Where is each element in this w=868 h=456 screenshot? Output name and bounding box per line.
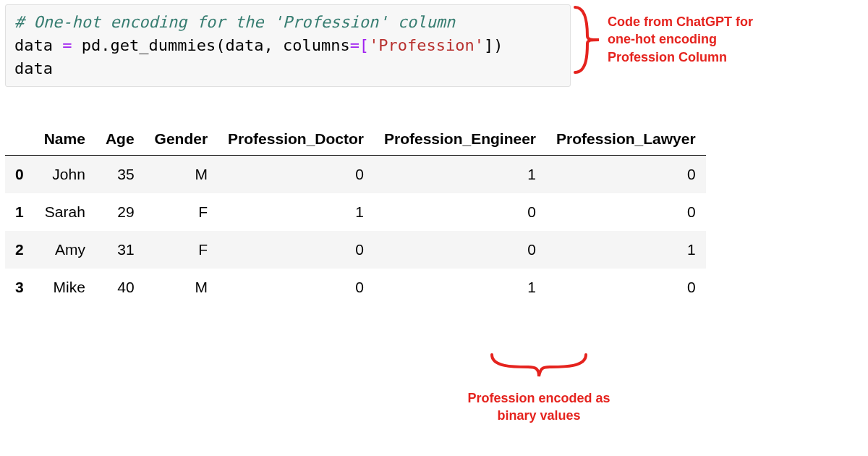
cell-name: Mike	[34, 269, 95, 306]
table-row: 3 Mike 40 M 0 1 0	[5, 269, 706, 306]
annotation-top: Code from ChatGPT for one-hot encoding P…	[608, 13, 767, 66]
cell-prof-engineer: 1	[374, 156, 546, 194]
code-token: =	[53, 36, 82, 54]
col-header-prof-lawyer: Profession_Lawyer	[546, 123, 706, 156]
cell-prof-doctor: 1	[218, 193, 374, 231]
table-header-row: Name Age Gender Profession_Doctor Profes…	[5, 123, 706, 156]
col-header-gender: Gender	[145, 123, 218, 156]
table-body: 0 John 35 M 0 1 0 1 Sarah 29 F 1 0 0 2 A…	[5, 156, 706, 307]
code-token: 'Profession'	[369, 36, 484, 54]
table-corner	[5, 123, 34, 156]
cell-gender: M	[145, 156, 218, 194]
cell-prof-engineer: 0	[374, 231, 546, 269]
dataframe-table: Name Age Gender Profession_Doctor Profes…	[5, 123, 706, 306]
cell-gender: M	[145, 269, 218, 306]
cell-prof-doctor: 0	[218, 231, 374, 269]
code-token: pd.get_dummies	[82, 36, 216, 54]
cell-name: Sarah	[34, 193, 95, 231]
cell-prof-doctor: 0	[218, 156, 374, 194]
row-index: 3	[5, 269, 34, 306]
code-token: =[	[350, 36, 370, 54]
cell-age: 29	[95, 193, 145, 231]
code-token: data	[14, 36, 53, 54]
cell-prof-doctor: 0	[218, 269, 374, 306]
cell-prof-engineer: 1	[374, 269, 546, 306]
row-index: 0	[5, 156, 34, 194]
cell-gender: F	[145, 193, 218, 231]
code-cell: # One-hot encoding for the 'Profession' …	[5, 4, 571, 87]
cell-prof-lawyer: 0	[546, 156, 706, 194]
cell-gender: F	[145, 231, 218, 269]
cell-prof-engineer: 0	[374, 193, 546, 231]
code-block: # One-hot encoding for the 'Profession' …	[14, 11, 561, 80]
dataframe-output: Name Age Gender Profession_Doctor Profes…	[5, 123, 859, 306]
row-index: 2	[5, 231, 34, 269]
code-token: ,	[263, 36, 283, 54]
code-token: data	[14, 59, 53, 77]
table-row: 2 Amy 31 F 0 0 1	[5, 231, 706, 269]
row-index: 1	[5, 193, 34, 231]
col-header-prof-doctor: Profession_Doctor	[218, 123, 374, 156]
col-header-age: Age	[95, 123, 145, 156]
cell-age: 35	[95, 156, 145, 194]
cell-prof-lawyer: 0	[546, 193, 706, 231]
code-token: columns	[283, 36, 350, 54]
cell-name: Amy	[34, 231, 95, 269]
code-comment: # One-hot encoding for the 'Profession' …	[14, 13, 455, 31]
cell-prof-lawyer: 0	[546, 269, 706, 306]
col-header-prof-engineer: Profession_Engineer	[374, 123, 546, 156]
table-row: 1 Sarah 29 F 1 0 0	[5, 193, 706, 231]
code-token: ])	[484, 36, 503, 54]
table-head: Name Age Gender Profession_Doctor Profes…	[5, 123, 706, 156]
cell-age: 40	[95, 269, 145, 306]
code-token: data	[225, 36, 263, 54]
col-header-name: Name	[34, 123, 95, 156]
cell-age: 31	[95, 231, 145, 269]
cell-prof-lawyer: 1	[546, 231, 706, 269]
table-row: 0 John 35 M 0 1 0	[5, 156, 706, 194]
annotation-bottom: Profession encoded as binary values	[459, 389, 618, 425]
code-token: (	[216, 36, 225, 54]
cell-name: John	[34, 156, 95, 194]
